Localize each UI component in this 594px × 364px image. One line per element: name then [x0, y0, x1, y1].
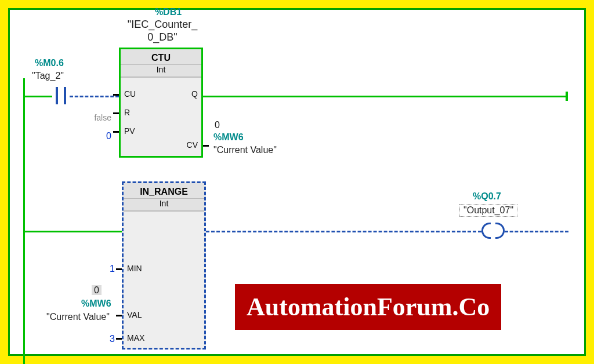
contact1-tag: "Tag_2" — [32, 71, 64, 81]
inrange-title: IN_RANGE — [124, 183, 204, 199]
tick-r — [113, 112, 119, 114]
wire-n1-q-out — [203, 96, 567, 97]
wire-n2-coil-to-rail — [505, 231, 568, 232]
ctu-pv-value: 0 — [99, 131, 111, 141]
tick-val — [116, 315, 122, 316]
watermark-banner: AutomationForum.Co — [235, 284, 501, 330]
inrange-subtitle: Int — [124, 199, 204, 212]
tick-min — [116, 268, 122, 270]
power-rail-left — [23, 78, 25, 364]
wire-n2-rail-to-block — [25, 231, 122, 232]
inrange-val-address: %MW6 — [81, 299, 111, 309]
block-in-range[interactable]: IN_RANGE Int MIN VAL MAX — [122, 181, 206, 350]
coil-output07[interactable] — [481, 223, 505, 239]
ctu-db-name-2: 0_DB" — [104, 31, 220, 43]
ctu-pin-q: Q — [191, 89, 198, 99]
ctu-pin-r: R — [124, 108, 130, 117]
inrange-pin-min: MIN — [127, 264, 142, 273]
wire-n1-contact-to-block — [70, 96, 119, 97]
tick-max — [116, 338, 122, 340]
tick-cu — [113, 94, 119, 96]
ctu-pin-pv: PV — [124, 126, 135, 136]
tick-cv — [203, 145, 209, 147]
block-ctu[interactable]: CTU Int CU R PV Q CV — [119, 48, 203, 158]
ctu-cv-tag: "Current Value" — [213, 145, 277, 155]
ctu-pin-cu: CU — [124, 89, 136, 99]
inrange-pin-val: VAL — [127, 310, 142, 319]
inrange-val-value-wrap: 0 — [92, 285, 102, 296]
inrange-max-value: 3 — [103, 334, 115, 344]
wire-n2-block-to-coil — [206, 231, 481, 232]
ctu-subtitle: Int — [121, 65, 201, 78]
ctu-title: CTU — [121, 49, 201, 65]
inrange-min-value: 1 — [103, 264, 115, 274]
contact-tag2[interactable] — [52, 87, 70, 104]
coil-tag: "Output_07" — [459, 204, 517, 217]
wire-n1-rail-to-contact — [25, 96, 52, 97]
ctu-pin-cv: CV — [187, 140, 198, 150]
ctu-cv-address: %MW6 — [213, 132, 244, 143]
ctu-cv-value: 0 — [215, 120, 220, 130]
ctu-db-address: %DB1 — [122, 7, 215, 17]
inrange-pin-max: MAX — [127, 333, 144, 343]
contact1-address: %M0.6 — [35, 58, 64, 68]
inrange-val-value: 0 — [92, 285, 102, 295]
ctu-db-name-1: "IEC_Counter_ — [104, 19, 220, 31]
tick-pv — [113, 131, 119, 133]
coil-address: %Q0.7 — [473, 191, 501, 202]
ctu-r-value: false — [88, 113, 111, 122]
wire-n1-end-tick — [566, 92, 568, 101]
inrange-val-tag: "Current Value" — [46, 312, 110, 322]
